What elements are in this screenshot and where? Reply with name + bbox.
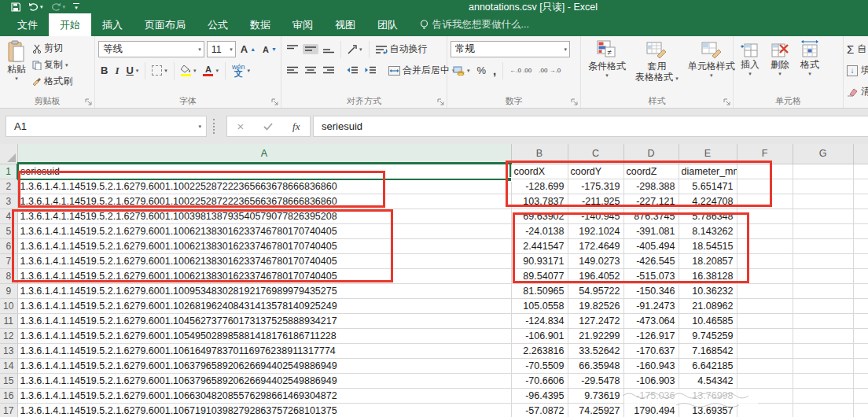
number-format-dropdown-icon[interactable]: ▾ xyxy=(564,46,567,52)
cell-H9[interactable] xyxy=(853,283,868,298)
cell-D1[interactable]: coordZ xyxy=(623,164,679,179)
column-header-C[interactable]: C xyxy=(568,144,623,164)
save-icon[interactable] xyxy=(11,2,20,12)
phonetic-guide-button[interactable]: wén文 ▾ xyxy=(230,63,252,78)
tab-页面布局[interactable]: 页面布局 xyxy=(134,13,197,36)
cancel-entry-icon[interactable]: × xyxy=(237,120,244,133)
fill-color-dropdown-icon[interactable]: ▾ xyxy=(193,68,197,73)
borders-button[interactable]: ▾ xyxy=(149,65,170,76)
format-painter-button[interactable]: 格式刷 xyxy=(30,74,75,89)
clipboard-dialog-launcher-icon[interactable] xyxy=(85,98,93,106)
cell-H2[interactable] xyxy=(853,179,868,194)
cell-B13[interactable]: 2.263816 xyxy=(511,343,568,358)
cell-styles-button[interactable]: 单元格样式 ▾ xyxy=(684,39,739,96)
tab-审阅[interactable]: 审阅 xyxy=(281,13,324,36)
cell-E12[interactable]: 9.745259 xyxy=(679,328,737,343)
align-middle-button[interactable] xyxy=(303,44,318,54)
cell-C15[interactable]: -29.5478 xyxy=(568,373,623,388)
cell-G8[interactable] xyxy=(793,268,853,283)
cell-C16[interactable]: 9.73619 xyxy=(568,388,623,403)
cell-B11[interactable]: -124.834 xyxy=(511,313,568,328)
cell-G3[interactable] xyxy=(793,194,853,208)
underline-button[interactable]: U▾ xyxy=(123,64,141,77)
cell-E2[interactable]: 5.651471 xyxy=(679,179,737,194)
column-header-E[interactable]: E xyxy=(679,144,737,164)
row-header-17[interactable]: 17 xyxy=(0,403,17,417)
cell-D2[interactable]: -298.388 xyxy=(623,179,679,194)
cell-C2[interactable]: -175.319 xyxy=(568,179,623,194)
bold-button[interactable]: B xyxy=(98,64,110,77)
cell-C8[interactable]: 196.4052 xyxy=(568,268,623,283)
cell-E1[interactable]: diameter_mm xyxy=(679,164,737,179)
cell-C11[interactable]: 127.2472 xyxy=(568,313,623,328)
tab-开始[interactable]: 开始 xyxy=(49,13,91,36)
cell-D6[interactable]: -405.494 xyxy=(623,238,679,253)
row-header-13[interactable]: 13 xyxy=(0,343,17,358)
fill-color-button[interactable]: ▾ xyxy=(178,65,199,77)
cell-G1[interactable] xyxy=(793,164,853,179)
row-header-1[interactable]: 1 xyxy=(0,164,17,179)
tell-me-box[interactable]: 告诉我您想要做什么... xyxy=(420,13,529,36)
cell-F16[interactable] xyxy=(737,388,793,403)
number-dialog-launcher-icon[interactable] xyxy=(571,98,579,106)
tab-数据[interactable]: 数据 xyxy=(239,13,281,36)
format-cells-button[interactable]: 格式 ▾ xyxy=(796,39,823,96)
cell-A4[interactable]: 1.3.6.1.4.1.14519.5.2.1.6279.6001.100398… xyxy=(17,208,511,223)
cell-C13[interactable]: 33.52642 xyxy=(568,343,623,358)
cell-H12[interactable] xyxy=(853,328,868,343)
cell-E16[interactable]: 13.76998 xyxy=(679,388,737,403)
cut-button[interactable]: 剪切 xyxy=(30,41,75,56)
align-left-button[interactable] xyxy=(285,65,300,76)
cell-F2[interactable] xyxy=(737,179,793,194)
cell-H8[interactable] xyxy=(853,268,868,283)
cell-C14[interactable]: 66.35948 xyxy=(568,358,623,373)
cell-C12[interactable]: 21.92299 xyxy=(568,328,623,343)
cell-G14[interactable] xyxy=(793,358,853,373)
cell-H13[interactable] xyxy=(853,343,868,358)
cell-B9[interactable]: 81.50965 xyxy=(511,283,568,298)
tab-公式[interactable]: 公式 xyxy=(197,13,239,36)
cell-E6[interactable]: 18.54515 xyxy=(679,238,737,253)
cell-B6[interactable]: 2.441547 xyxy=(511,238,568,253)
font-name-combo[interactable]: 等线▾ xyxy=(98,41,204,57)
cell-C10[interactable]: 19.82526 xyxy=(568,298,623,313)
cell-H14[interactable] xyxy=(853,358,868,373)
alignment-dialog-launcher-icon[interactable] xyxy=(437,98,445,106)
cell-A1[interactable]: seriesuid xyxy=(17,164,511,179)
paste-button[interactable]: 粘贴 ▾ xyxy=(3,39,30,89)
cell-H17[interactable] xyxy=(853,403,868,417)
cell-B14[interactable]: -70.5509 xyxy=(511,358,568,373)
cell-B12[interactable]: -106.901 xyxy=(511,328,568,343)
cell-B3[interactable]: 103.7837 xyxy=(511,194,568,208)
name-box[interactable]: A1 ▾ xyxy=(6,116,207,137)
cell-E7[interactable]: 18.20857 xyxy=(679,253,737,268)
cell-H11[interactable] xyxy=(853,313,868,328)
phonetic-dropdown-icon[interactable]: ▾ xyxy=(247,68,250,73)
cell-F13[interactable] xyxy=(737,343,793,358)
cell-G12[interactable] xyxy=(793,328,853,343)
undo-dropdown-icon[interactable]: ▾ xyxy=(40,4,43,9)
cell-B5[interactable]: -24.0138 xyxy=(511,223,568,238)
cell-F11[interactable] xyxy=(737,313,793,328)
undo-icon[interactable]: ▾ xyxy=(28,2,43,11)
cell-B15[interactable]: -70.6606 xyxy=(511,373,568,388)
row-header-12[interactable]: 12 xyxy=(0,328,17,343)
cell-D17[interactable]: 1790.494 xyxy=(623,403,679,417)
cell-styles-dropdown-icon[interactable]: ▾ xyxy=(710,72,713,78)
cell-D8[interactable]: -515.073 xyxy=(623,268,679,283)
cell-A2[interactable]: 1.3.6.1.4.1.14519.5.2.1.6279.6001.100225… xyxy=(17,179,511,194)
accounting-format-button[interactable]: ▾ xyxy=(451,65,473,76)
borders-dropdown-icon[interactable]: ▾ xyxy=(164,68,167,73)
tab-文件[interactable]: 文件 xyxy=(6,13,49,36)
format-dropdown-icon[interactable]: ▾ xyxy=(808,71,811,76)
align-center-button[interactable] xyxy=(303,65,318,76)
cell-A3[interactable]: 1.3.6.1.4.1.14519.5.2.1.6279.6001.100225… xyxy=(17,194,511,208)
tab-团队[interactable]: 团队 xyxy=(366,13,409,36)
confirm-entry-icon[interactable] xyxy=(263,123,273,131)
font-color-button[interactable]: A ▾ xyxy=(200,65,221,77)
customize-quick-access-icon[interactable]: ▾ xyxy=(73,3,79,11)
copy-dropdown-icon[interactable]: ▾ xyxy=(65,62,68,68)
underline-dropdown-icon[interactable]: ▾ xyxy=(136,68,139,73)
clear-button[interactable]: 清 xyxy=(847,81,868,102)
autosum-button[interactable]: Σ 自 xyxy=(847,39,868,60)
